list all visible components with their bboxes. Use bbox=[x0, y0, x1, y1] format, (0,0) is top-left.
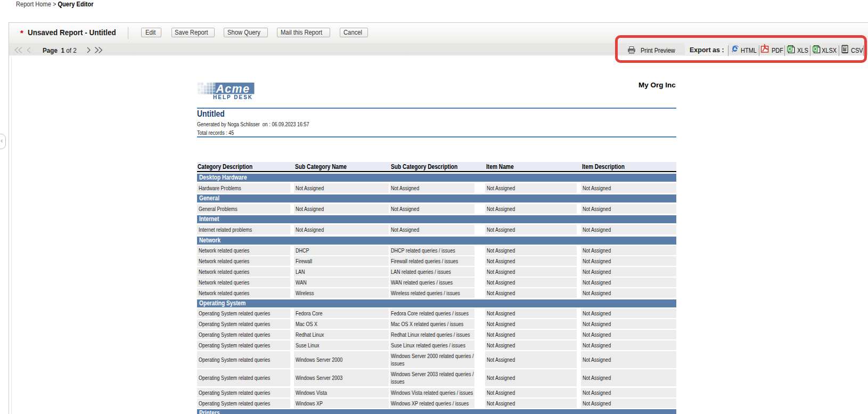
svg-text:HELP DESK: HELP DESK bbox=[213, 94, 253, 100]
svg-text:Acme: Acme bbox=[216, 83, 250, 95]
